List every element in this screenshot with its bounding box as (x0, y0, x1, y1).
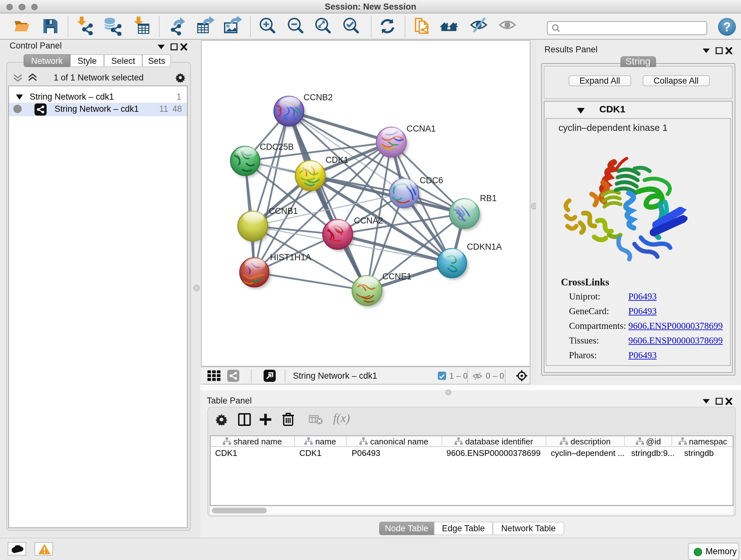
svg-text:CDKN1A: CDKN1A (467, 242, 502, 251)
svg-text:CDC25B: CDC25B (260, 142, 294, 151)
svg-text:CCNA2: CCNA2 (354, 215, 383, 225)
svg-text:CDK1: CDK1 (326, 155, 348, 165)
svg-text:CCNE1: CCNE1 (382, 271, 412, 281)
svg-text:RB1: RB1 (480, 193, 497, 203)
svg-text:CDC6: CDC6 (420, 175, 443, 185)
svg-text:CCNB1: CCNB1 (269, 206, 298, 215)
svg-text:?: ? (723, 19, 731, 34)
svg-text:CCNB2: CCNB2 (304, 92, 333, 102)
svg-text:HIST1H1A: HIST1H1A (270, 252, 311, 262)
svg-text:CCNA1: CCNA1 (407, 124, 436, 133)
